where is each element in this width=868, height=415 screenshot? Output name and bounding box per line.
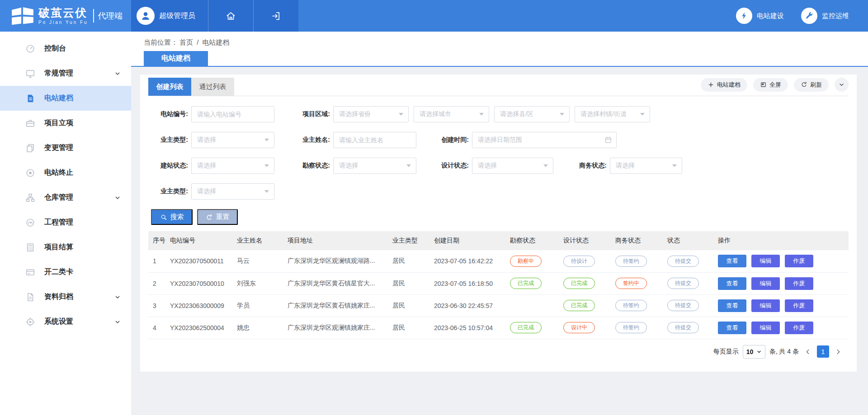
edit-button[interactable]: 编辑 (751, 299, 780, 312)
created-date: 2023-06-25 10:57:04 (434, 317, 510, 339)
column-header: 创建日期 (434, 231, 510, 250)
status-badge: 已完成 (510, 322, 542, 333)
prev-page-button[interactable] (803, 347, 813, 357)
column-header: 状态 (667, 231, 718, 250)
void-button[interactable]: 作废 (785, 322, 813, 334)
table-row: 2YX2023070500010刘强东广东深圳龙华区黄石镇星官大...居民202… (148, 272, 849, 294)
status-badge: 待签约 (615, 300, 647, 311)
select-placeholder: 请选择 (616, 162, 635, 170)
refresh-icon (801, 81, 807, 88)
sidebar-item-monitor[interactable]: 常规管理 (0, 61, 131, 86)
filter-select[interactable]: 请选择 (191, 132, 274, 148)
row-seq: 4 (148, 317, 170, 339)
row-actions: 查看编辑作废 (718, 272, 849, 294)
sidebar-item-file-copy[interactable]: 变更管理 (0, 135, 131, 160)
station-number: YX2023070500011 (170, 250, 237, 272)
filter-select[interactable]: 请选择 (333, 158, 416, 174)
content: 创建列表 通过列表 电站建档全屏刷新 电站编号:项目区域:请选择省份请选择城市请… (131, 67, 868, 372)
toolbar-button-label: 电站建档 (717, 81, 741, 89)
pagination: 每页显示 10 条, 共 4 条 1 (148, 345, 849, 359)
view-button[interactable]: 查看 (718, 322, 746, 334)
view-button[interactable]: 查看 (718, 255, 746, 267)
sidebar-item-target[interactable]: 电站终止 (0, 160, 131, 185)
filter-select[interactable]: 请选择 (610, 158, 682, 174)
collapse-filters-button[interactable] (835, 78, 849, 92)
select-placeholder: 请选择城市 (420, 110, 451, 118)
caret-down-icon (264, 164, 269, 167)
void-button[interactable]: 作废 (785, 299, 813, 312)
view-button[interactable]: 查看 (718, 277, 746, 290)
user-name: 超级管理员 (159, 11, 195, 21)
user-info[interactable]: 超级管理员 (131, 7, 208, 25)
sidebar-item-dashboard[interactable]: 控制台 (0, 36, 131, 61)
sidebar-item-briefcase[interactable]: 项目立项 (0, 111, 131, 135)
column-header: 电站编号 (170, 231, 237, 250)
view-button[interactable]: 查看 (718, 299, 746, 312)
sidebar-item-sitemap[interactable]: 仓库管理 (0, 185, 131, 210)
filter-select[interactable]: 请选择县/区 (494, 106, 570, 122)
created-date: 2023-07-05 16:18:50 (434, 272, 510, 294)
filter-label: 业主姓名: (290, 136, 330, 144)
create-station-button[interactable]: 电站建档 (701, 78, 747, 92)
page-tab-station-filing[interactable]: 电站建档 (144, 51, 208, 66)
tab-passed-list[interactable]: 通过列表 (191, 78, 234, 96)
sidebar-item-label: 电站建档 (44, 93, 73, 103)
monitor-icon (25, 69, 35, 79)
filter-field: 请选择村镇/街道 (575, 106, 650, 122)
design-status-cell: 待设计 (563, 250, 615, 272)
fullscreen-button[interactable]: 全屏 (753, 78, 788, 92)
sidebar-item-label: 控制台 (44, 44, 66, 53)
filter-date-range[interactable]: 请选择日期范围 (472, 132, 617, 148)
sidebar-item-archive[interactable]: 资料归档 (0, 284, 131, 309)
caret-down-icon (264, 139, 269, 141)
filter-input[interactable] (191, 106, 274, 122)
void-button[interactable]: 作废 (785, 277, 813, 290)
avatar[interactable] (137, 7, 155, 25)
filter-select[interactable]: 请选择 (191, 183, 274, 200)
filter-row: 业主类型:请选择 (148, 183, 849, 200)
search-button[interactable]: 搜索 (151, 209, 193, 225)
wrench-icon (801, 8, 817, 24)
sidebar-item-card[interactable]: 开二类卡 (0, 260, 131, 284)
void-button[interactable]: 作废 (785, 255, 813, 267)
quick-link-lightning[interactable]: 电站建设 (736, 8, 784, 24)
quick-link-label: 电站建设 (757, 12, 784, 20)
status-badge: 待签约 (615, 322, 647, 333)
page-number-1[interactable]: 1 (817, 345, 829, 358)
sidebar-item-settings[interactable]: 系统设置 (0, 309, 131, 334)
business-status-cell: 签约中 (615, 272, 667, 294)
filter-select[interactable]: 请选择省份 (333, 106, 409, 122)
quick-link-wrench[interactable]: 监控运维 (801, 8, 849, 24)
sidebar-item-calculator[interactable]: 项目结算 (0, 235, 131, 260)
sidebar-item-gauge[interactable]: 工程管理 (0, 210, 131, 235)
project-address: 广东深圳龙华区黄石镇姚家庄... (288, 294, 392, 317)
sidebar-item-document[interactable]: 电站建档 (0, 86, 131, 111)
per-page-select[interactable]: 10 (743, 345, 765, 359)
tab-create-list[interactable]: 创建列表 (148, 78, 191, 96)
logout-button[interactable] (253, 0, 298, 32)
home-button[interactable] (208, 0, 253, 32)
caret-down-icon (640, 113, 645, 116)
breadcrumb-home-link[interactable]: 首页 (179, 38, 193, 46)
edit-button[interactable]: 编辑 (751, 277, 780, 290)
filter-field: 业主类型:请选择 (148, 132, 274, 148)
edit-button[interactable]: 编辑 (751, 255, 780, 267)
filter-select[interactable]: 请选择村镇/街道 (575, 106, 650, 122)
sidebar-menu: 控制台常规管理电站建档项目立项变更管理电站终止仓库管理工程管理项目结算开二类卡资… (0, 32, 131, 415)
filter-select[interactable]: 请选择 (191, 158, 274, 174)
caret-down-icon (672, 164, 677, 167)
filter-field: 建站状态:请选择 (148, 158, 274, 174)
refresh-button[interactable]: 刷新 (794, 78, 829, 92)
status-badge: 已完成 (563, 278, 595, 289)
filter-input[interactable] (333, 132, 416, 148)
status-badge: 待签约 (615, 256, 647, 267)
edit-button[interactable]: 编辑 (751, 322, 780, 334)
reset-button[interactable]: 重置 (197, 209, 238, 225)
column-header: 商务状态 (615, 231, 667, 250)
filter-select[interactable]: 请选择 (472, 158, 553, 174)
portal-label: 代理端 (93, 9, 123, 23)
select-placeholder: 请选择 (197, 187, 216, 196)
filter-select[interactable]: 请选择城市 (414, 106, 489, 122)
next-page-button[interactable] (833, 347, 843, 357)
user-zone: 超级管理员 (131, 0, 298, 32)
